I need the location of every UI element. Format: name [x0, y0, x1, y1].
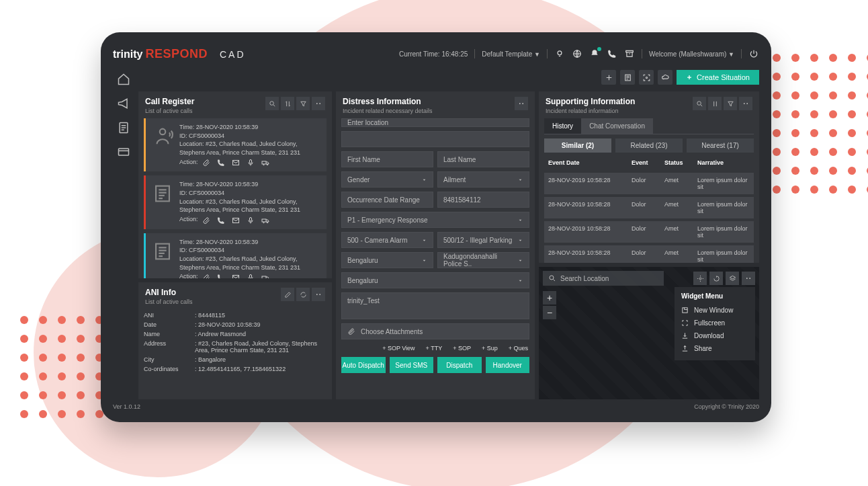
table-row[interactable]: 28-NOV-2019 10:58:28DolorAmetLorem ipsum… [544, 245, 754, 263]
ailment-select[interactable]: Ailment [437, 171, 529, 188]
map-search-input[interactable]: Search Location [543, 271, 664, 286]
more-icon[interactable]: ·· [515, 97, 528, 110]
truck-icon[interactable] [261, 274, 269, 278]
call-icon[interactable] [217, 216, 225, 225]
attachments-button[interactable]: Choose Attachments [341, 323, 529, 339]
footer: Ver 1.0.12 Copyright © Trinity 2020 [113, 399, 759, 410]
handover-button[interactable]: Handover [486, 357, 530, 373]
police-station-select[interactable]: Kadugondanahalli Police S.. [437, 252, 529, 268]
svg-rect-29 [683, 308, 687, 313]
location-details[interactable] [341, 131, 529, 147]
sort-icon[interactable] [281, 97, 294, 110]
search-icon[interactable] [265, 97, 279, 110]
sup-link[interactable]: + Sup [482, 345, 498, 352]
user-dropdown[interactable]: Welcome (Malleshwaram) ▼ [649, 50, 734, 58]
mail-icon[interactable] [232, 274, 240, 278]
more-icon[interactable]: ·· [312, 97, 325, 110]
svg-point-28 [699, 278, 701, 280]
sop-link[interactable]: + SOP [453, 345, 471, 352]
tab-related[interactable]: Related (23) [615, 138, 683, 153]
ani-value: : 84448115 [195, 312, 327, 319]
mic-icon[interactable] [247, 216, 255, 225]
city-select[interactable]: Bengaluru [341, 252, 433, 268]
widget-fullscreen[interactable]: Fullscreen [681, 317, 748, 329]
tab-similar[interactable]: Similar (2) [544, 138, 611, 153]
call-icon[interactable] [217, 159, 225, 167]
map-panel: Search Location ·· + − [539, 267, 759, 399]
city2-select[interactable]: Bengaluru [341, 272, 529, 288]
home-icon[interactable] [117, 73, 130, 86]
attach-icon[interactable] [202, 159, 210, 167]
mail-icon[interactable] [232, 159, 240, 167]
tab-chat[interactable]: Chat Conversation [581, 118, 653, 134]
first-name-input[interactable]: First Name [341, 151, 433, 167]
clipboard-icon[interactable] [117, 121, 130, 134]
more-icon[interactable]: ·· [742, 272, 755, 285]
gender-select[interactable]: Gender [341, 171, 433, 188]
truck-icon[interactable] [261, 216, 269, 225]
phone-input[interactable]: 8481584112 [437, 192, 529, 208]
scan-icon[interactable] [639, 70, 654, 85]
call-card[interactable]: Time: 28-NOV-2020 10:58:39 ID: CFS000003… [144, 233, 327, 278]
filter-icon[interactable] [296, 97, 310, 110]
create-situation-button[interactable]: Create Situation [677, 70, 759, 85]
notes-textarea[interactable]: trinity_Test [341, 292, 529, 319]
location-input[interactable]: Enter location [341, 118, 529, 127]
call-card[interactable]: Time: 28-NOV-2020 10:58:39 ID: CFS000003… [144, 118, 327, 171]
phone-icon[interactable] [607, 48, 617, 59]
list-icon[interactable] [620, 70, 635, 85]
auto-dispatch-button[interactable]: Auto Dispatch [341, 357, 386, 373]
mail-icon[interactable] [232, 216, 240, 225]
edit-icon[interactable] [281, 288, 294, 301]
widget-download[interactable]: Download [681, 329, 748, 342]
zoom-in-button[interactable]: + [543, 291, 556, 305]
archive-icon[interactable] [624, 48, 635, 59]
sort-icon[interactable] [708, 97, 722, 110]
tty-link[interactable]: + TTY [426, 345, 443, 352]
call-register-panel: Call Register List of active calls ·· Ti… [138, 91, 332, 278]
attach-icon[interactable] [202, 274, 210, 278]
globe-icon[interactable] [572, 48, 582, 59]
send-sms-button[interactable]: Send SMS [390, 357, 434, 373]
table-row[interactable]: 28-NOV-2019 10:58:28DolorAmetLorem ipsum… [544, 197, 754, 218]
mic-icon[interactable] [247, 274, 255, 278]
refresh-icon[interactable] [296, 288, 310, 301]
bell-icon[interactable] [589, 48, 600, 59]
filter-icon[interactable] [724, 97, 737, 110]
mic-icon[interactable] [247, 159, 255, 167]
dispatch-button[interactable]: Dispatch [437, 357, 482, 373]
power-icon[interactable] [748, 48, 759, 59]
tab-nearest[interactable]: Nearest (17) [687, 138, 754, 153]
widget-new-window[interactable]: New Window [681, 304, 748, 317]
reset-icon[interactable] [709, 272, 723, 285]
last-name-input[interactable]: Last Name [437, 151, 529, 167]
tab-history[interactable]: History [544, 118, 581, 134]
widget-share[interactable]: Share [681, 342, 748, 355]
add-icon[interactable] [601, 70, 616, 85]
card-icon[interactable] [117, 145, 130, 159]
bulb-icon[interactable] [554, 48, 565, 59]
layers-icon[interactable] [726, 272, 739, 285]
more-icon[interactable]: ·· [312, 288, 325, 301]
attach-icon[interactable] [202, 216, 210, 225]
table-row[interactable]: 28-NOV-2019 10:58:28DolorAmetLorem ipsum… [544, 221, 754, 243]
more-icon[interactable]: ·· [739, 97, 752, 110]
svg-rect-16 [249, 217, 251, 221]
truck-icon[interactable] [261, 159, 269, 167]
search-icon[interactable] [693, 97, 706, 110]
priority-select[interactable]: P1 - Emergency Response [341, 212, 529, 228]
megaphone-icon[interactable] [117, 97, 130, 110]
call-icon[interactable] [217, 274, 225, 278]
table-row[interactable]: 28-NOV-2019 10:58:28DolorAmetLorem ipsum… [544, 173, 754, 194]
category1-select[interactable]: 500 - Camera Alarm [341, 232, 433, 248]
call-register-title: Call Register [145, 97, 194, 106]
date-range-input[interactable]: Occurrence Date Range [341, 192, 433, 208]
zoom-out-button[interactable]: − [543, 306, 556, 319]
category2-select[interactable]: 500/12 - Illegal Parking [437, 232, 529, 248]
call-card[interactable]: Time: 28-NOV-2020 10:58:39 ID: CFS000003… [144, 175, 327, 229]
sopview-link[interactable]: + SOP View [382, 345, 415, 352]
locate-icon[interactable] [693, 272, 707, 285]
ques-link[interactable]: + Ques [509, 345, 528, 352]
template-dropdown[interactable]: Default Template ▼ [482, 50, 540, 58]
cloud-icon[interactable] [658, 70, 672, 85]
